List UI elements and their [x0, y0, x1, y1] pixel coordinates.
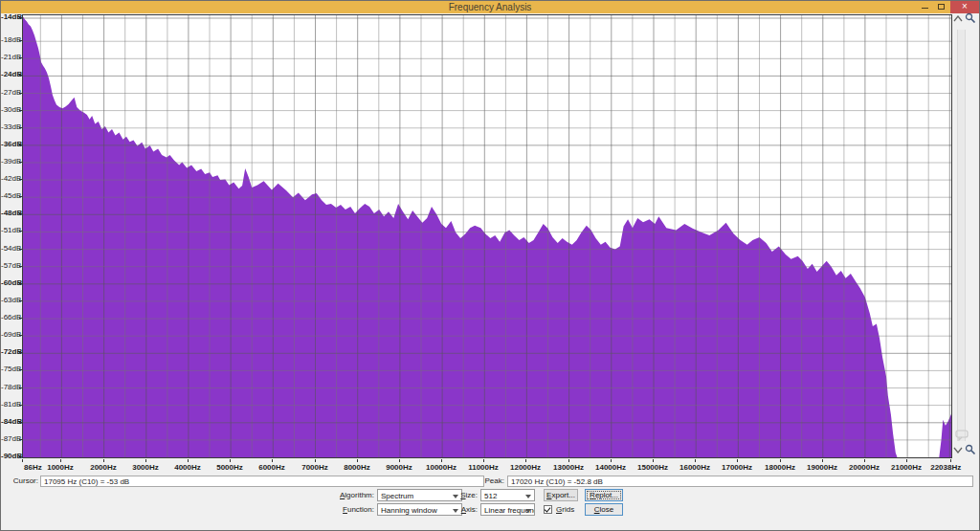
frequency-analysis-window: Frequency Analysis × -14dB-18dB-21dB-24d…	[0, 0, 980, 531]
x-axis-tick	[272, 459, 273, 462]
restore-icon	[938, 4, 945, 10]
x-axis-tick	[483, 459, 484, 462]
y-axis-tick	[19, 352, 22, 353]
x-axis-label: 8000Hz	[344, 463, 370, 472]
spectrum-plot[interactable]	[22, 14, 952, 458]
y-axis-label: -72dB	[1, 348, 20, 356]
y-axis-label: -84dB	[1, 418, 20, 426]
zoom-out-magnifier-icon[interactable]	[965, 444, 976, 455]
x-axis-label: 18000Hz	[765, 463, 795, 472]
x-axis-label: 4000Hz	[174, 463, 201, 472]
y-axis-label: -18dB	[1, 36, 20, 44]
zoom-in-magnifier-icon[interactable]	[965, 12, 976, 24]
grids-checkbox[interactable]	[544, 505, 552, 514]
minimize-button[interactable]	[918, 1, 931, 13]
y-axis-tick	[19, 439, 22, 440]
size-label: Size:	[443, 489, 478, 501]
y-axis-tick	[19, 249, 22, 250]
x-axis-label: 21000Hz	[891, 463, 922, 472]
size-value: 512	[484, 492, 497, 500]
axis-select[interactable]: Linear frequency	[480, 503, 535, 516]
y-axis-label: -78dB	[1, 384, 20, 391]
x-axis-tick	[695, 459, 696, 462]
x-axis-label: 6000Hz	[258, 463, 285, 472]
algorithm-label: Algorithm:	[326, 489, 374, 501]
right-scrollbar[interactable]	[957, 30, 966, 441]
peak-readout-field: 17020 Hz (C10) = -52.8 dB	[507, 476, 973, 487]
y-axis-label: -14dB	[1, 13, 20, 21]
y-axis-label: -48dB	[1, 210, 20, 217]
x-axis-label: 15000Hz	[637, 463, 668, 472]
x-axis-label: 16000Hz	[679, 463, 710, 472]
chevron-up-icon[interactable]	[953, 15, 963, 22]
x-axis-tick	[60, 459, 61, 462]
x-axis-label: 5000Hz	[216, 463, 243, 472]
x-axis-tick	[906, 459, 907, 462]
x-axis-tick	[230, 459, 231, 462]
window-title: Frequency Analysis	[1, 1, 979, 13]
y-axis-tick	[19, 422, 22, 423]
x-axis-label: 3000Hz	[132, 463, 159, 472]
x-axis-label: 1000Hz	[47, 463, 74, 472]
grids-checkbox-label: Grids	[556, 503, 574, 516]
x-axis-tick	[188, 459, 189, 462]
peak-label: Peak:	[476, 476, 504, 487]
cursor-label: Cursor:	[7, 476, 38, 487]
y-axis-tick	[19, 162, 22, 163]
spectrum-area	[23, 16, 951, 457]
replot-button[interactable]: Replot...	[585, 489, 623, 501]
y-axis-label: -27dB	[1, 89, 20, 97]
y-axis-tick	[19, 405, 22, 406]
title-bar[interactable]: Frequency Analysis ×	[1, 1, 979, 13]
size-select[interactable]: 512	[480, 489, 535, 501]
y-axis-label: -54dB	[1, 245, 20, 253]
y-axis-tick	[19, 75, 22, 76]
x-axis-label: 20000Hz	[849, 463, 880, 472]
y-axis-label: -24dB	[1, 71, 20, 78]
y-axis-label: -39dB	[1, 158, 20, 166]
y-axis-label: -33dB	[1, 123, 20, 131]
checkmark-icon	[545, 505, 551, 512]
y-axis-tick	[19, 17, 22, 18]
y-axis-tick	[19, 231, 22, 232]
y-axis-tick	[19, 57, 22, 58]
y-axis-label: -90dB	[1, 453, 20, 460]
x-axis-tick	[357, 459, 358, 462]
chevron-down-icon	[525, 509, 531, 513]
y-axis-tick	[19, 266, 22, 267]
x-axis-label: 86Hz	[24, 463, 42, 472]
y-axis-tick	[19, 144, 22, 145]
x-axis-label: 22038Hz	[930, 463, 961, 472]
x-axis-tick	[737, 459, 738, 462]
x-axis-tick	[822, 459, 823, 462]
x-axis-tick	[315, 459, 316, 462]
x-axis-tick	[780, 459, 781, 462]
y-axis-label: -57dB	[1, 262, 20, 270]
export-button[interactable]: Export...	[544, 489, 578, 501]
y-axis-label: -42dB	[1, 175, 20, 183]
y-axis-tick	[19, 179, 22, 180]
y-axis-label: -21dB	[1, 54, 20, 61]
y-axis-tick	[19, 387, 22, 388]
x-axis-label: 17000Hz	[722, 463, 752, 472]
algorithm-value: Spectrum	[381, 492, 413, 500]
y-axis-tick	[19, 40, 22, 41]
chevron-down-icon[interactable]	[953, 447, 963, 454]
x-axis-label: 12000Hz	[510, 463, 541, 472]
close-button[interactable]: Close	[585, 503, 623, 516]
x-axis-label: 10000Hz	[426, 463, 457, 472]
x-axis-label: 2000Hz	[90, 463, 117, 472]
x-axis-label: 14000Hz	[595, 463, 626, 472]
restore-button[interactable]	[934, 1, 947, 13]
function-label: Function:	[326, 503, 374, 516]
x-axis-tick	[441, 459, 442, 462]
y-axis-label: -63dB	[1, 297, 20, 304]
x-axis-label: 11000Hz	[468, 463, 499, 472]
y-axis-label: -69dB	[1, 331, 20, 339]
spectrum-svg	[23, 15, 951, 457]
x-axis-label: 9000Hz	[386, 463, 412, 472]
y-axis-tick	[19, 127, 22, 128]
y-axis-tick	[19, 300, 22, 301]
speech-bubble-icon	[955, 430, 969, 441]
y-axis-label: -75dB	[1, 365, 20, 373]
